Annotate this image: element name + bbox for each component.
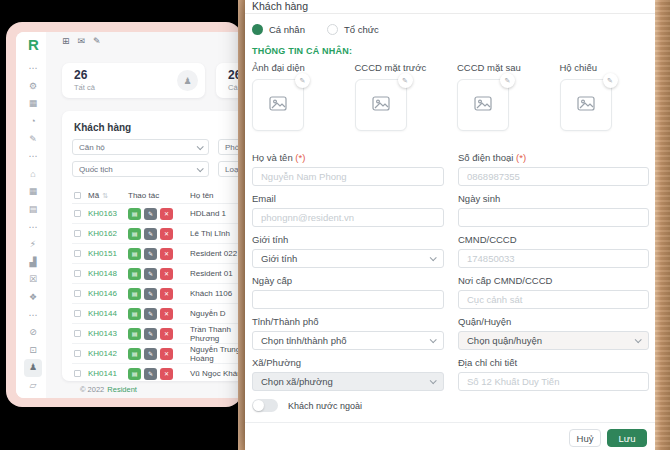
field-label: Tỉnh/Thành phố: [252, 316, 444, 328]
delete-button[interactable]: ✕: [160, 328, 173, 340]
edit-button[interactable]: ✎: [144, 308, 157, 320]
row-checkbox[interactable]: [74, 230, 81, 237]
customer-code-link[interactable]: KH0144: [88, 309, 128, 318]
upload-dropzone[interactable]: ✎: [560, 79, 612, 131]
edit-pencil-icon[interactable]: ✎: [603, 73, 618, 88]
home-icon[interactable]: ⌂: [24, 166, 42, 184]
select-tinh-thanh-pho[interactable]: Chọn tỉnh/thành phố: [252, 331, 444, 350]
input-ngay-sinh[interactable]: [458, 208, 649, 227]
more-icon[interactable]: ⋯: [24, 306, 42, 324]
edit-button[interactable]: ✎: [144, 368, 157, 380]
view-button[interactable]: ▤: [128, 248, 141, 260]
edit-pencil-icon[interactable]: ✎: [398, 73, 413, 88]
input-ngay-cap[interactable]: [252, 290, 444, 309]
customer-code-link[interactable]: KH0163: [88, 209, 128, 218]
filter-can-ho[interactable]: Căn hộ: [72, 139, 209, 155]
upload-dropzone[interactable]: ✎: [457, 79, 509, 131]
select-gioi-tinh[interactable]: Giới tính: [252, 249, 444, 268]
apps-icon[interactable]: ▦: [24, 95, 42, 113]
view-button[interactable]: ▤: [128, 288, 141, 300]
sort-icon[interactable]: ⇅: [102, 192, 108, 199]
delete-button[interactable]: ✕: [160, 208, 173, 220]
close-box-icon[interactable]: ☒: [24, 271, 42, 289]
view-button[interactable]: ▤: [128, 308, 141, 320]
view-button[interactable]: ▤: [128, 348, 141, 360]
view-button[interactable]: ▤: [128, 268, 141, 280]
attach-icon[interactable]: ⊘: [24, 324, 42, 342]
brand-link[interactable]: Resident: [107, 385, 137, 394]
edit-button[interactable]: ✎: [144, 248, 157, 260]
select-all-checkbox[interactable]: [74, 192, 81, 199]
more-icon[interactable]: ⋯: [24, 218, 42, 236]
customer-code-link[interactable]: KH0151: [88, 249, 128, 258]
filter-quoc-tich[interactable]: Quốc tịch: [72, 161, 209, 177]
grid4-icon[interactable]: ⊞: [62, 36, 70, 46]
flash-icon[interactable]: ⚡: [24, 236, 42, 254]
row-checkbox[interactable]: [74, 330, 81, 337]
select-xa-phuong[interactable]: Chọn xã/phường: [252, 372, 444, 391]
row-checkbox[interactable]: [74, 270, 81, 277]
compose-icon[interactable]: ✎: [93, 36, 101, 46]
edit-button[interactable]: ✎: [144, 348, 157, 360]
edit-pencil-icon[interactable]: ✎: [500, 73, 515, 88]
customer-code-link[interactable]: KH0148: [88, 269, 128, 278]
edit-button[interactable]: ✎: [144, 208, 157, 220]
row-checkbox[interactable]: [74, 350, 81, 357]
tags-icon[interactable]: ❖: [24, 289, 42, 307]
select-quan-huyen[interactable]: Chọn quận/huyện: [458, 331, 649, 350]
input-dia-chi-chi-tiet[interactable]: [458, 372, 649, 391]
view-button[interactable]: ▤: [128, 328, 141, 340]
edit-button[interactable]: ✎: [144, 288, 157, 300]
settings-icon[interactable]: ⚙: [24, 78, 42, 96]
edit-button[interactable]: ✎: [144, 228, 157, 240]
input-ho-va-ten[interactable]: [252, 167, 444, 186]
grid-icon[interactable]: ▦: [24, 183, 42, 201]
row-checkbox[interactable]: [74, 250, 81, 257]
delete-button[interactable]: ✕: [160, 228, 173, 240]
image-placeholder-icon: [577, 96, 595, 115]
bell-icon[interactable]: ◔: [24, 113, 42, 131]
view-button[interactable]: ▤: [128, 368, 141, 380]
delete-button[interactable]: ✕: [160, 288, 173, 300]
delete-button[interactable]: ✕: [160, 248, 173, 260]
edit-button[interactable]: ✎: [144, 268, 157, 280]
row-checkbox[interactable]: [74, 310, 81, 317]
truck-icon[interactable]: ▱: [24, 377, 42, 395]
radio-ca-nhan[interactable]: Cá nhân: [252, 24, 305, 35]
upload-dropzone[interactable]: ✎: [355, 79, 407, 131]
input-so-dien-thoai[interactable]: [458, 167, 649, 186]
customer-code-link[interactable]: KH0146: [88, 289, 128, 298]
upload-dropzone[interactable]: ✎: [252, 79, 304, 131]
cards-icon[interactable]: ▤: [24, 201, 42, 219]
edit-pencil-icon[interactable]: ✎: [295, 73, 310, 88]
delete-button[interactable]: ✕: [160, 368, 173, 380]
delete-button[interactable]: ✕: [160, 348, 173, 360]
input-email[interactable]: [252, 208, 444, 227]
customer-code-link[interactable]: KH0141: [88, 369, 128, 378]
row-checkbox[interactable]: [74, 290, 81, 297]
customer-code-link[interactable]: KH0142: [88, 349, 128, 358]
input-noi-cap[interactable]: [458, 290, 649, 309]
view-button[interactable]: ▤: [128, 208, 141, 220]
foreign-guest-toggle[interactable]: [252, 399, 278, 412]
customer-code-link[interactable]: KH0143: [88, 329, 128, 338]
edit-icon[interactable]: ⊡: [24, 342, 42, 360]
edit-button[interactable]: ✎: [144, 328, 157, 340]
delete-button[interactable]: ✕: [160, 268, 173, 280]
chart-icon[interactable]: ▟: [24, 254, 42, 272]
chat-icon[interactable]: ✉: [78, 36, 86, 46]
users-icon[interactable]: ♟: [24, 359, 42, 377]
table-header: Mã⇅ Thao tác Họ tên: [72, 187, 242, 204]
customer-code-link[interactable]: KH0162: [88, 229, 128, 238]
input-cmnd-cccd[interactable]: [458, 249, 649, 268]
delete-button[interactable]: ✕: [160, 308, 173, 320]
more-icon[interactable]: ⋯: [24, 60, 42, 78]
row-checkbox[interactable]: [74, 370, 81, 377]
radio-to-chuc[interactable]: Tổ chức: [327, 24, 379, 35]
more-icon[interactable]: ⋯: [24, 148, 42, 166]
row-checkbox[interactable]: [74, 210, 81, 217]
cancel-button[interactable]: Huỷ: [569, 429, 601, 447]
compose-icon[interactable]: ✎: [24, 130, 42, 148]
view-button[interactable]: ▤: [128, 228, 141, 240]
save-button[interactable]: Lưu: [607, 429, 647, 447]
